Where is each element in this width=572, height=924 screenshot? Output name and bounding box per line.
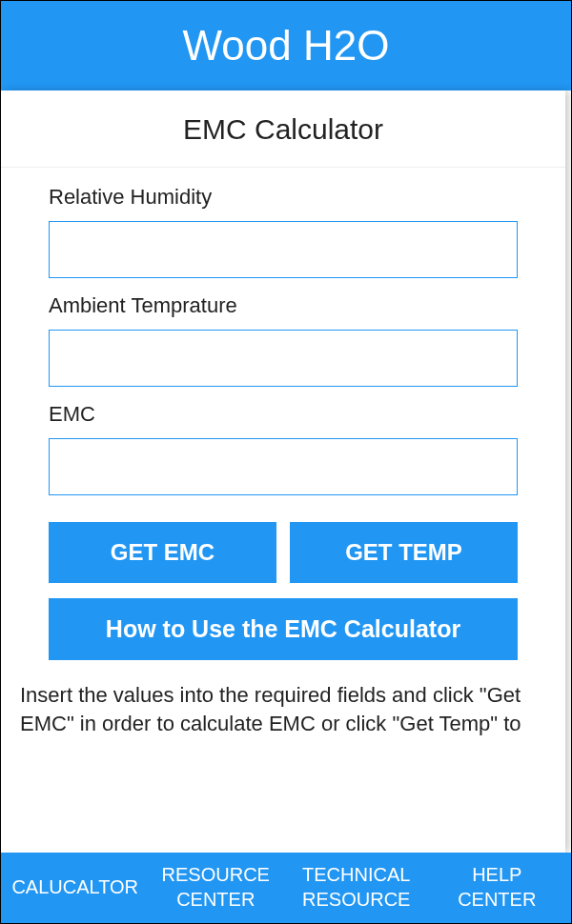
nav-calculator[interactable]: CALUCALTOR [5, 874, 146, 899]
field-ambient-temperature: Ambient Temprature [49, 293, 518, 387]
field-emc: EMC [49, 402, 518, 495]
nav-technical-line2: RESOURCE [286, 887, 427, 912]
input-emc[interactable] [49, 438, 518, 495]
main-content: EMC Calculator Relative Humidity Ambient… [1, 90, 565, 853]
nav-resource-line1: RESOURCE [146, 862, 287, 887]
button-row: GET EMC GET TEMP [49, 522, 518, 583]
app-header: Wood H2O [1, 1, 571, 90]
label-relative-humidity: Relative Humidity [49, 185, 518, 210]
input-relative-humidity[interactable] [49, 221, 518, 278]
nav-help-line1: HELP [427, 862, 568, 887]
form-area: Relative Humidity Ambient Temprature EMC… [1, 168, 565, 660]
nav-technical-resource[interactable]: TECHNICAL RESOURCE [286, 862, 427, 912]
page-title: EMC Calculator [1, 90, 565, 168]
bottom-nav: CALUCALTOR RESOURCE CENTER TECHNICAL RES… [1, 853, 571, 923]
instructions-text: Insert the values into the required fiel… [1, 660, 565, 737]
nav-resource-line2: CENTER [146, 887, 287, 912]
nav-help-line2: CENTER [427, 887, 568, 912]
input-ambient-temperature[interactable] [49, 330, 518, 387]
label-ambient-temperature: Ambient Temprature [49, 293, 518, 318]
field-relative-humidity: Relative Humidity [49, 185, 518, 278]
nav-technical-line1: TECHNICAL [286, 862, 427, 887]
get-emc-button[interactable]: GET EMC [49, 522, 276, 583]
label-emc: EMC [49, 402, 518, 427]
nav-help-center[interactable]: HELP CENTER [427, 862, 568, 912]
nav-resource-center[interactable]: RESOURCE CENTER [146, 862, 287, 912]
nav-calculator-line1: CALUCALTOR [5, 874, 146, 899]
app-title: Wood H2O [183, 22, 390, 69]
how-to-button[interactable]: How to Use the EMC Calculator [49, 598, 518, 660]
get-temp-button[interactable]: GET TEMP [290, 522, 518, 583]
